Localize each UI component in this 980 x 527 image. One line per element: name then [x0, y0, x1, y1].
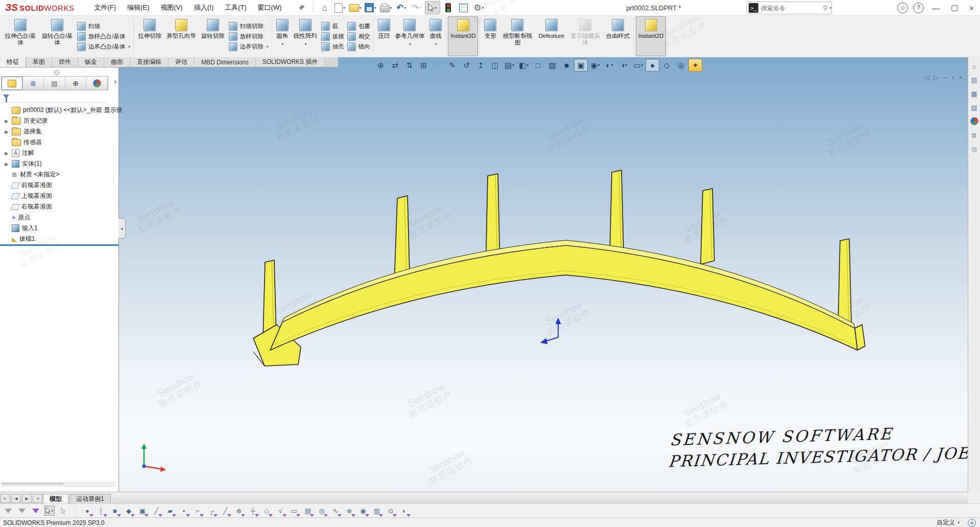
edit-appearance-icon[interactable]: ◐▾ [603, 59, 616, 72]
close-button[interactable]: × [966, 4, 977, 12]
undo-button[interactable]: ↶▾ [394, 2, 409, 14]
apply-scene-icon[interactable]: ◑▾ [617, 59, 631, 72]
clear-filters-icon[interactable] [17, 506, 27, 516]
select-tool-button[interactable]: ▾ [425, 1, 440, 14]
indent-button[interactable]: 压凹 [375, 16, 393, 56]
panel-collapse-handle[interactable]: ◂ [118, 218, 126, 239]
tab-weldments[interactable]: 焊件 [52, 57, 78, 67]
defeature-button[interactable]: Defeature [536, 16, 567, 56]
reference-geometry-button[interactable]: 参考几何体 ▾ [393, 16, 427, 56]
graphics-area[interactable]: Senshow新思诺软件 Senshow新思诺软件 Senshow新思诺软件 S… [118, 57, 968, 492]
wrap-button[interactable]: 包覆 [347, 21, 370, 31]
tree-root[interactable]: prt0002 (默认) <<默认>_外观 显示状 [0, 105, 118, 116]
shaded-icon[interactable]: ■ [560, 59, 573, 72]
account-icon[interactable]: ☺ [897, 3, 908, 13]
tree-item-front-plane[interactable]: 前视基准面 [0, 180, 118, 191]
panel-drag-handle[interactable] [54, 70, 59, 75]
intersect-button[interactable]: 相交 [347, 32, 370, 41]
tab-sheet-metal[interactable]: 钣金 [78, 57, 104, 67]
save-button[interactable]: ▾ [364, 2, 378, 14]
tab-sketch[interactable]: 草图 [26, 57, 52, 67]
shell-button[interactable]: 抽壳 [321, 42, 344, 51]
command-search[interactable]: >_ ⚲ ▾ [747, 2, 832, 14]
filter-sketch-points-icon[interactable]: ▪ [179, 506, 189, 516]
motion-study-tab[interactable]: 运动算例1 [69, 494, 111, 504]
search-dropdown-icon[interactable]: ▾ [829, 6, 831, 10]
hole-wizard-button[interactable]: 异型孔向导 [164, 16, 199, 56]
expand-arrow-icon[interactable]: ▶ [4, 162, 9, 167]
tab-solidworks-addins[interactable]: SOLIDWORKS 插件 [256, 57, 325, 67]
flex-button[interactable]: 变形 [482, 16, 499, 56]
extrude-boss-button[interactable]: 拉伸凸台/基体 [2, 16, 39, 56]
rebuild-button[interactable] [441, 2, 456, 14]
filter-axes-icon[interactable]: ╱ [151, 506, 161, 516]
new-file-button[interactable]: ▾ [333, 2, 347, 14]
prev-tab-icon[interactable]: ◀ [11, 494, 21, 503]
hidden-lines-icon[interactable]: ▨ [545, 59, 559, 72]
hide-show-items-icon[interactable]: ◉▾ [588, 59, 602, 72]
task-pane-home-icon[interactable]: ⌂ [970, 61, 979, 71]
section-view-icon[interactable]: ◫ [488, 59, 502, 72]
design-library-icon[interactable]: ▤ [970, 75, 979, 84]
toggle-filter-icon[interactable] [3, 506, 13, 516]
flyout-caret-icon[interactable]: ▾ [435, 41, 437, 48]
zoom-to-fit-icon[interactable]: ⊕ [374, 59, 388, 72]
annotation-view-icon[interactable]: ▤▾ [503, 59, 516, 72]
mirror-button[interactable]: 镜向 [347, 42, 370, 51]
perspective-icon[interactable]: ◇ [660, 59, 674, 72]
filter-sketches-icon[interactable]: ⌐ [193, 506, 203, 516]
tab-mbd-dimensions[interactable]: MBD Dimensions [195, 57, 256, 67]
extrude-cut-button[interactable]: 拉伸切除 [135, 16, 164, 56]
previous-view-icon[interactable]: ↺ [460, 59, 473, 72]
forum-icon[interactable]: ◎ [970, 144, 979, 153]
filter-solid-bodies-icon[interactable]: ▣ [137, 506, 148, 516]
panel-expand-chevron-icon[interactable]: › [114, 77, 116, 85]
tab-features[interactable]: 特征 [0, 57, 26, 67]
view-settings-icon[interactable]: ▭▾ [631, 59, 645, 72]
wireframe-icon[interactable]: □ [531, 59, 545, 72]
first-tab-icon[interactable]: ⇤ [1, 494, 10, 503]
tree-item-top-plane[interactable]: 上视基准面 [0, 191, 118, 201]
menu-edit[interactable]: 编辑(E) [122, 1, 155, 14]
tree-item-selection-sets[interactable]: ▶ 选择集 [0, 126, 118, 137]
filter-planes-icon[interactable]: ▰ [165, 506, 175, 516]
instant2d-button[interactable]: Instant2D [636, 16, 666, 56]
appearances-scenes-icon[interactable] [970, 117, 979, 126]
revolve-boss-button[interactable]: 旋转凸台/基体 [39, 16, 76, 56]
view-palette-icon[interactable]: ▧ [970, 103, 979, 112]
linear-pattern-button[interactable]: 线性阵列 ▾ [291, 16, 320, 56]
rollback-bar[interactable] [0, 244, 118, 246]
flyout-caret-icon[interactable]: ▾ [128, 44, 130, 49]
filter-datum-targets-icon[interactable]: ⊗ [344, 506, 354, 516]
filter-cosmetic-threads-icon[interactable]: ◉ [358, 506, 368, 516]
filter-blocks-icon[interactable]: ▥ [372, 506, 382, 516]
view-orientation-icon[interactable]: ◧▾ [517, 59, 531, 72]
shadows-icon[interactable]: ● [646, 59, 659, 72]
zoom-in-out-icon[interactable]: ⇅ [402, 59, 416, 72]
last-tab-icon[interactable]: ⇥ [33, 494, 42, 503]
filter-connection-points-icon[interactable]: ⊙ [386, 506, 396, 516]
help-icon[interactable]: ? [913, 3, 924, 13]
expand-arrow-icon[interactable]: ▶ [4, 151, 9, 156]
sweep-cut-button[interactable]: 扫描切除 [229, 21, 269, 31]
curves-button[interactable]: 曲线 ▾ [427, 16, 444, 56]
featuremanager-tab[interactable] [2, 77, 23, 90]
fillet-button[interactable]: 圆角 ▾ [274, 16, 291, 56]
tree-item-annotations[interactable]: ▶ A 注解 [0, 148, 118, 158]
model-break-view-button[interactable]: 模型断裂视图 [499, 16, 536, 56]
filter-notes-icon[interactable]: ▤ [303, 506, 313, 516]
sketch-shortcut-icon[interactable]: ✦ [688, 59, 702, 72]
customize-caret-icon[interactable]: ▾ [958, 520, 960, 525]
boundary-boss-button[interactable]: 边界凸台/基体▾ [77, 42, 130, 51]
measure-icon[interactable]: ✎ [445, 59, 459, 72]
tree-item-imported[interactable]: 输入1 [0, 223, 118, 234]
configurationmanager-tab[interactable]: ▤ [44, 77, 65, 90]
sweep-button[interactable]: 扫描 [77, 21, 130, 31]
expand-arrow-icon[interactable]: ▶ [4, 129, 9, 134]
dimxpertmanager-tab[interactable]: ⊕ [65, 77, 87, 90]
camera-icon[interactable]: ◎ [674, 59, 688, 72]
select-arrow-icon[interactable]: ▾ [44, 506, 55, 516]
filter-surface-finish-icon[interactable]: √ [275, 506, 285, 516]
flyout-caret-icon[interactable]: ▾ [409, 41, 411, 48]
propertymanager-tab[interactable]: ≣ [23, 77, 44, 90]
